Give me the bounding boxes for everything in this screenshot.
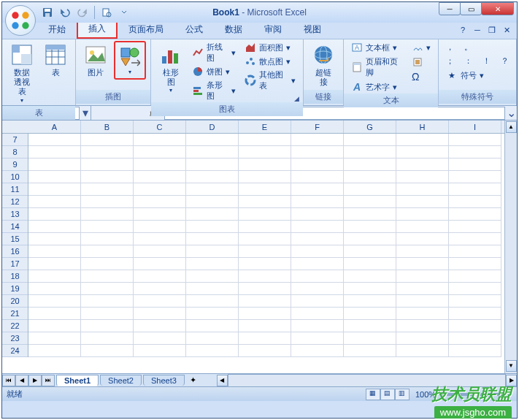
cell-D24[interactable] — [186, 345, 239, 357]
cell-B22[interactable] — [81, 320, 134, 332]
column-header-E[interactable]: E — [239, 121, 291, 133]
maximize-button[interactable]: ▭ — [460, 2, 482, 15]
cell-E20[interactable] — [239, 295, 291, 308]
cell-C12[interactable] — [134, 196, 186, 208]
cell-C16[interactable] — [134, 245, 186, 258]
row-header-21[interactable]: 21 — [2, 308, 28, 320]
new-sheet-button[interactable]: ✦ — [185, 375, 202, 385]
cell-F10[interactable] — [291, 171, 344, 183]
cell-A10[interactable] — [28, 171, 81, 183]
cell-B9[interactable] — [81, 159, 134, 171]
scroll-down-button[interactable]: ▼ — [506, 360, 517, 372]
cell-A16[interactable] — [28, 245, 81, 258]
cell-I7[interactable] — [449, 134, 501, 146]
cell-F18[interactable] — [291, 270, 344, 283]
cell-B10[interactable] — [81, 171, 134, 183]
sheet-nav-first[interactable]: ⏮ — [2, 375, 15, 386]
cell-G10[interactable] — [344, 171, 396, 183]
cell-A7[interactable] — [28, 134, 81, 146]
cell-A23[interactable] — [28, 332, 81, 345]
cell-A13[interactable] — [28, 208, 81, 221]
cell-E9[interactable] — [239, 159, 291, 171]
formula-bar-expand[interactable]: ⌄ — [505, 106, 517, 120]
cell-D22[interactable] — [186, 320, 239, 332]
cell-G9[interactable] — [344, 159, 396, 171]
cell-E7[interactable] — [239, 134, 291, 146]
column-header-D[interactable]: D — [186, 121, 239, 133]
cell-C18[interactable] — [134, 270, 186, 283]
cell-F7[interactable] — [291, 134, 344, 146]
charts-launcher[interactable]: ◢ — [291, 93, 301, 104]
cell-B7[interactable] — [81, 134, 134, 146]
textbox-button[interactable]: A文本框 ▾ — [348, 41, 406, 54]
cell-E15[interactable] — [239, 233, 291, 245]
tab-review[interactable]: 审阅 — [253, 20, 293, 39]
column-header-I[interactable]: I — [449, 121, 501, 133]
cell-B18[interactable] — [81, 270, 134, 283]
cell-D21[interactable] — [186, 308, 239, 320]
symbol-comma[interactable]: ， — [443, 41, 457, 53]
cell-B12[interactable] — [81, 196, 134, 208]
cell-F17[interactable] — [291, 258, 344, 270]
cell-C7[interactable] — [134, 134, 186, 146]
row-header-15[interactable]: 15 — [2, 233, 28, 245]
print-preview-button[interactable] — [99, 5, 114, 20]
cell-G13[interactable] — [344, 208, 396, 221]
row-header-22[interactable]: 22 — [2, 320, 28, 332]
cell-H9[interactable] — [396, 159, 449, 171]
cell-H17[interactable] — [396, 258, 449, 270]
scroll-right-button[interactable]: ▶ — [506, 375, 517, 386]
cell-I13[interactable] — [449, 208, 501, 221]
cell-I10[interactable] — [449, 171, 501, 183]
cell-C22[interactable] — [134, 320, 186, 332]
cell-D19[interactable] — [186, 283, 239, 295]
cell-C17[interactable] — [134, 258, 186, 270]
symbol-excl[interactable]: ！ — [480, 55, 493, 67]
cell-G14[interactable] — [344, 221, 396, 233]
cell-B15[interactable] — [81, 233, 134, 245]
bar-chart-button[interactable]: 条形图 ▾ — [189, 79, 239, 102]
cell-B24[interactable] — [81, 345, 134, 357]
cell-D17[interactable] — [186, 258, 239, 270]
cell-I22[interactable] — [449, 320, 501, 332]
row-header-20[interactable]: 20 — [2, 295, 28, 308]
column-header-G[interactable]: G — [344, 121, 396, 133]
cell-I18[interactable] — [449, 270, 501, 283]
qat-customize-button[interactable] — [117, 5, 131, 20]
cell-D8[interactable] — [186, 146, 239, 159]
cell-E11[interactable] — [239, 183, 291, 196]
cell-G23[interactable] — [344, 332, 396, 345]
cell-G18[interactable] — [344, 270, 396, 283]
cell-A17[interactable] — [28, 258, 81, 270]
header-footer-button[interactable]: 页眉和页脚 — [348, 56, 406, 79]
undo-button[interactable] — [58, 5, 72, 20]
cell-I15[interactable] — [449, 233, 501, 245]
area-chart-button[interactable]: 面积图 ▾ — [242, 41, 299, 54]
zoom-in-button[interactable]: + — [508, 390, 512, 399]
minimize-button[interactable]: ─ — [439, 2, 461, 15]
cell-F11[interactable] — [291, 183, 344, 196]
cell-A12[interactable] — [28, 196, 81, 208]
cell-E13[interactable] — [239, 208, 291, 221]
cell-A9[interactable] — [28, 159, 81, 171]
zoom-out-button[interactable]: − — [439, 390, 443, 399]
row-header-7[interactable]: 7 — [2, 134, 28, 146]
column-header-H[interactable]: H — [396, 121, 449, 133]
line-chart-button[interactable]: 折线图 ▾ — [189, 41, 239, 64]
cell-I12[interactable] — [449, 196, 501, 208]
cell-H21[interactable] — [396, 308, 449, 320]
cell-A19[interactable] — [28, 283, 81, 295]
normal-view-button[interactable]: ▦ — [366, 389, 380, 400]
cell-G15[interactable] — [344, 233, 396, 245]
cell-E19[interactable] — [239, 283, 291, 295]
cell-E12[interactable] — [239, 196, 291, 208]
close-button[interactable]: ✕ — [481, 2, 514, 15]
tab-formulas[interactable]: 公式 — [174, 20, 214, 39]
cell-I14[interactable] — [449, 221, 501, 233]
cell-G24[interactable] — [344, 345, 396, 357]
wordart-button[interactable]: A艺术字 ▾ — [348, 80, 406, 93]
cell-G8[interactable] — [344, 146, 396, 159]
tab-page-layout[interactable]: 页面布局 — [118, 20, 174, 39]
cell-H13[interactable] — [396, 208, 449, 221]
cell-E24[interactable] — [239, 345, 291, 357]
